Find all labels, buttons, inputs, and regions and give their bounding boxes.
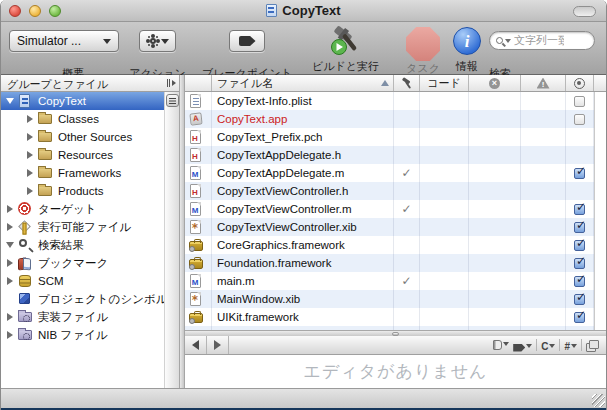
sidebar-scrollbar-track[interactable]	[164, 92, 179, 388]
splitter-collapse-icon[interactable]	[167, 79, 176, 87]
sidebar-item[interactable]: 実行可能ファイル	[1, 218, 164, 236]
breakpoints-menu-button[interactable]	[513, 339, 532, 352]
disclosure-triangle[interactable]	[5, 98, 15, 104]
sidebar-item-label: Frameworks	[58, 167, 121, 179]
go-back-button[interactable]	[185, 336, 207, 354]
disclosure-triangle[interactable]	[5, 313, 15, 321]
action-button[interactable]	[139, 30, 176, 52]
sidebar-item[interactable]: Classes	[1, 110, 164, 128]
table-row[interactable]: UIKit.framework	[185, 308, 606, 326]
build-column-header[interactable]	[394, 75, 420, 91]
project-document-icon	[266, 4, 277, 17]
target-membership-checkbox[interactable]	[574, 96, 585, 107]
class-hierarchy-menu-button[interactable]: C	[541, 338, 555, 352]
sidebar-header[interactable]: グループとファイル	[1, 75, 179, 92]
target-membership-checkbox[interactable]	[574, 240, 585, 251]
disclosure-triangle[interactable]	[25, 133, 35, 141]
warnings-column-header[interactable]: !	[521, 75, 566, 91]
title-bar[interactable]: CopyText	[1, 0, 606, 22]
target-icon	[17, 201, 34, 217]
breakpoint-icon	[513, 344, 525, 352]
scrollbar-column-header	[594, 75, 606, 91]
file-detail-table: ファイル名 コード × ! CopyText-In	[185, 75, 606, 330]
table-scrollbar-track[interactable]	[594, 92, 606, 330]
detail-view-toggle-button[interactable]	[166, 94, 179, 107]
sidebar-item[interactable]: 実装ファイル	[1, 308, 164, 326]
build-hammer-icon	[328, 25, 362, 57]
sidebar-item[interactable]: Products	[1, 182, 164, 200]
breakpoints-button[interactable]	[229, 30, 265, 52]
overview-popup-item: Simulator ... 概要	[9, 30, 119, 52]
sidebar-item[interactable]: 検索結果	[1, 236, 164, 254]
disclosure-triangle[interactable]	[5, 223, 15, 231]
file-name-header-label: ファイル名	[217, 76, 273, 91]
code-header-label: コード	[427, 76, 461, 91]
table-row[interactable]: MCopyTextViewController.m✓	[185, 200, 606, 218]
disclosure-triangle[interactable]	[25, 151, 35, 159]
table-row[interactable]: Mmain.m✓	[185, 272, 606, 290]
sidebar-item-label: 実装ファイル	[38, 310, 108, 325]
disclosure-triangle[interactable]	[5, 259, 15, 267]
table-row[interactable]: CopyText-Info.plist	[185, 92, 606, 110]
target-column-header[interactable]	[566, 75, 594, 91]
target-membership-checkbox[interactable]	[574, 294, 585, 305]
sidebar-header-label: グループとファイル	[7, 78, 108, 90]
find-icon	[17, 237, 34, 253]
resize-grip[interactable]	[592, 394, 605, 407]
sidebar-item[interactable]: プロジェクトのシンボル	[1, 290, 164, 308]
table-row[interactable]: CopyText.app	[185, 110, 606, 128]
go-forward-button[interactable]	[207, 336, 229, 354]
table-row[interactable]: CoreGraphics.framework	[185, 236, 606, 254]
table-row[interactable]: HCopyText_Prefix.pch	[185, 128, 606, 146]
file-name-column-header[interactable]: ファイル名	[212, 75, 394, 91]
counterpart-button[interactable]	[586, 340, 598, 351]
disclosure-triangle[interactable]	[5, 242, 15, 248]
info-item[interactable]: i 情報	[451, 25, 483, 55]
editor-pane[interactable]: エディタがありません	[185, 355, 606, 388]
disclosure-triangle[interactable]	[5, 331, 15, 339]
disclosure-triangle[interactable]	[25, 169, 35, 177]
target-membership-checkbox[interactable]	[574, 114, 585, 125]
sidebar-item[interactable]: NIB ファイル	[1, 326, 164, 344]
toolbar: Simulator ... 概要 アクション ブレークポイント	[1, 22, 606, 75]
sidebar-item[interactable]: Frameworks	[1, 164, 164, 182]
sidebar-item[interactable]: ターゲット	[1, 200, 164, 218]
errors-column-header[interactable]: ×	[469, 75, 521, 91]
sidebar-item[interactable]: SCM	[1, 272, 164, 290]
smart-folder-icon	[17, 309, 34, 325]
folder-icon	[37, 129, 54, 145]
search-field[interactable]: 文字列一致	[489, 31, 595, 50]
table-row[interactable]: HCopyTextAppDelegate.h	[185, 146, 606, 164]
overview-popup-value: Simulator ...	[17, 34, 81, 48]
code-column-header[interactable]: コード	[420, 75, 469, 91]
target-membership-checkbox[interactable]	[574, 312, 585, 323]
target-membership-checkbox[interactable]	[574, 168, 585, 179]
overview-popup[interactable]: Simulator ...	[9, 30, 119, 52]
table-row[interactable]: *CopyTextViewController.xib	[185, 218, 606, 236]
target-membership-checkbox[interactable]	[574, 222, 585, 233]
icon-column-header[interactable]	[185, 75, 212, 91]
sidebar-item[interactable]: Resources	[1, 146, 164, 164]
disclosure-triangle[interactable]	[5, 277, 15, 285]
disclosure-triangle[interactable]	[5, 205, 15, 213]
build-and-run-item[interactable]: ビルドと実行	[312, 25, 378, 57]
included-files-menu-button[interactable]: #	[564, 338, 577, 352]
disclosure-triangle[interactable]	[25, 187, 35, 195]
target-membership-checkbox[interactable]	[574, 276, 585, 287]
toolbar-toggle-pill[interactable]	[573, 6, 596, 17]
bookmarks-menu-button[interactable]	[493, 340, 509, 350]
target-membership-checkbox[interactable]	[574, 258, 585, 269]
disclosure-triangle[interactable]	[25, 115, 35, 123]
table-row[interactable]: HCopyTextViewController.h	[185, 182, 606, 200]
smart-folder-icon	[17, 327, 34, 343]
table-row[interactable]: Foundation.framework	[185, 254, 606, 272]
file-name: CopyText-Info.plist	[217, 95, 312, 107]
table-row[interactable]: *MainWindow.xib	[185, 290, 606, 308]
target-membership-checkbox[interactable]	[574, 204, 585, 215]
table-row[interactable]: MCopyTextAppDelegate.m✓	[185, 164, 606, 182]
sidebar-item[interactable]: ブックマーク	[1, 254, 164, 272]
chevron-down-icon	[161, 39, 169, 44]
action-item: アクション	[139, 30, 176, 52]
sidebar-item[interactable]: Other Sources	[1, 128, 164, 146]
sidebar-item[interactable]: CopyText	[1, 92, 164, 110]
